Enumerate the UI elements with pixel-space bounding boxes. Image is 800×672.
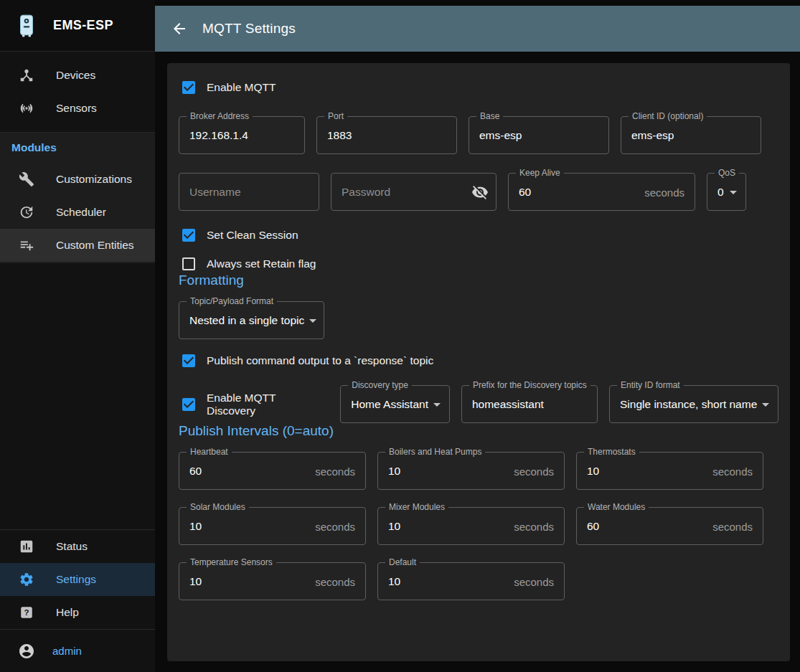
app-title: EMS-ESP xyxy=(53,18,113,33)
client-id-input[interactable] xyxy=(621,117,761,153)
sidebar-item-custom-entities[interactable]: Custom Entities xyxy=(0,229,155,262)
main-area: MQTT Settings Enable MQTT Broker Address xyxy=(155,0,800,672)
discovery-row: Enable MQTT Discovery Discovery type Hom… xyxy=(179,385,778,423)
default-interval-input[interactable] xyxy=(378,563,564,600)
base-field: Base xyxy=(469,116,609,154)
username-field xyxy=(179,173,319,211)
sidebar-item-label: Scheduler xyxy=(56,206,106,219)
page-title: MQTT Settings xyxy=(202,21,296,37)
solar-interval-field: Solar Modules seconds xyxy=(179,507,366,545)
field-label: Mixer Modules xyxy=(385,502,448,512)
svg-text:?: ? xyxy=(24,608,29,617)
sidebar-item-sensors[interactable]: Sensors xyxy=(0,92,155,125)
sidebar-item-label: Help xyxy=(56,606,79,619)
checkbox-checked-icon[interactable] xyxy=(180,352,197,369)
qos-select[interactable]: QoS 0 xyxy=(707,173,746,211)
field-label: Port xyxy=(324,111,347,121)
field-label: Solar Modules xyxy=(187,502,249,512)
sidebar-item-label: Sensors xyxy=(56,102,97,115)
top-gap xyxy=(155,0,800,6)
boilers-interval-input[interactable] xyxy=(378,453,564,489)
discovery-prefix-field: Prefix for the Discovery topics xyxy=(461,385,598,423)
field-label: Heartbeat xyxy=(187,447,232,457)
clean-session-checkbox[interactable]: Set Clean Session xyxy=(180,227,778,244)
field-label: Base xyxy=(476,111,503,121)
settings-card: Enable MQTT Broker Address Port Base xyxy=(167,63,790,661)
sidebar-item-customizations[interactable]: Customizations xyxy=(0,163,155,196)
discovery-type-select[interactable]: Discovery type Home Assistant xyxy=(340,385,450,423)
intervals-grid: Heartbeat seconds Boilers and Heat Pumps… xyxy=(179,452,778,600)
sidebar-spacer xyxy=(0,263,155,529)
base-input[interactable] xyxy=(469,117,608,153)
sidebar-item-devices[interactable]: Devices xyxy=(0,59,155,92)
checkbox-checked-icon[interactable] xyxy=(180,227,197,244)
chevron-down-icon xyxy=(725,184,742,201)
sensors-icon xyxy=(18,100,35,117)
sidebar-item-status[interactable]: Status xyxy=(0,530,155,563)
topic-payload-format-select[interactable]: Topic/Payload Format Nested in a single … xyxy=(179,301,324,339)
sidebar-item-scheduler[interactable]: Scheduler xyxy=(0,196,155,229)
eye-off-icon[interactable] xyxy=(471,184,489,201)
sidebar-user[interactable]: admin xyxy=(0,630,155,672)
checkbox-checked-icon[interactable] xyxy=(180,396,197,413)
client-id-field: Client ID (optional) xyxy=(621,116,761,154)
checkbox-label: Enable MQTT Discovery xyxy=(207,392,323,417)
gear-icon xyxy=(18,571,35,588)
field-label: Client ID (optional) xyxy=(629,111,707,121)
enable-discovery-checkbox[interactable]: Enable MQTT Discovery xyxy=(180,392,323,417)
sidebar-item-label: Status xyxy=(56,540,88,553)
account-circle-icon xyxy=(18,643,35,660)
broker-row: Broker Address Port Base Client ID (opti… xyxy=(179,116,778,154)
entity-id-format-select[interactable]: Entity ID format Single instance, short … xyxy=(609,385,778,423)
heartbeat-interval-input[interactable] xyxy=(179,453,365,489)
thermostats-interval-input[interactable] xyxy=(577,453,763,489)
sidebar-user-label: admin xyxy=(52,645,82,657)
clock-update-icon xyxy=(18,204,35,221)
sidebar-bottom-group: Status Settings ? Help xyxy=(0,530,155,629)
publish-response-checkbox[interactable]: Publish command output to a `response` t… xyxy=(180,352,778,369)
device-hub-icon xyxy=(18,67,35,84)
field-label: Discovery type xyxy=(348,380,412,390)
temperature-interval-input[interactable] xyxy=(179,563,365,600)
username-input[interactable] xyxy=(179,174,319,210)
sidebar-item-label: Settings xyxy=(56,573,96,586)
field-label: Topic/Payload Format xyxy=(187,296,277,306)
bar-chart-icon xyxy=(18,538,35,555)
back-arrow-icon[interactable] xyxy=(171,20,188,37)
enable-mqtt-checkbox[interactable]: Enable MQTT xyxy=(180,79,778,96)
select-value: Nested in a single topic xyxy=(189,314,304,327)
keep-alive-field: Keep Alive seconds xyxy=(508,173,695,211)
checkbox-label: Set Clean Session xyxy=(207,229,298,242)
keep-alive-input[interactable] xyxy=(509,174,695,210)
content: Enable MQTT Broker Address Port Base xyxy=(155,52,800,672)
mixer-interval-input[interactable] xyxy=(378,508,564,544)
checkbox-label: Enable MQTT xyxy=(207,81,276,94)
thermostats-interval-field: Thermostats seconds xyxy=(576,452,763,490)
appbar: MQTT Settings xyxy=(155,6,800,52)
solar-interval-input[interactable] xyxy=(179,508,365,544)
port-input[interactable] xyxy=(317,117,456,153)
field-label: Boilers and Heat Pumps xyxy=(385,447,485,457)
retain-flag-checkbox[interactable]: Always set Retain flag xyxy=(180,255,778,273)
checkbox-label: Publish command output to a `response` t… xyxy=(207,354,433,367)
discovery-prefix-input[interactable] xyxy=(462,386,597,422)
playlist-add-icon xyxy=(18,237,35,254)
sidebar-item-settings[interactable]: Settings xyxy=(0,563,155,596)
chevron-down-icon xyxy=(428,396,446,413)
help-icon: ? xyxy=(18,604,35,621)
checkbox-unchecked-icon[interactable] xyxy=(180,255,197,273)
checkbox-checked-icon[interactable] xyxy=(180,79,197,96)
field-label: Water Modules xyxy=(584,502,649,512)
water-interval-input[interactable] xyxy=(577,508,763,544)
sidebar: EMS-ESP Devices Se xyxy=(0,0,155,672)
sidebar-item-help[interactable]: ? Help xyxy=(0,596,155,629)
broker-address-input[interactable] xyxy=(179,117,304,153)
sidebar-modules-section: Modules Customizations Scheduler Custom … xyxy=(0,132,155,263)
field-label: Entity ID format xyxy=(617,380,684,390)
password-field xyxy=(331,173,497,211)
app-root: EMS-ESP Devices Se xyxy=(0,0,800,672)
mixer-interval-field: Mixer Modules seconds xyxy=(377,507,565,545)
publish-intervals-heading: Publish Intervals (0=auto) xyxy=(179,423,778,439)
topic-format-row: Topic/Payload Format Nested in a single … xyxy=(179,301,778,339)
checkbox-label: Always set Retain flag xyxy=(207,257,316,270)
